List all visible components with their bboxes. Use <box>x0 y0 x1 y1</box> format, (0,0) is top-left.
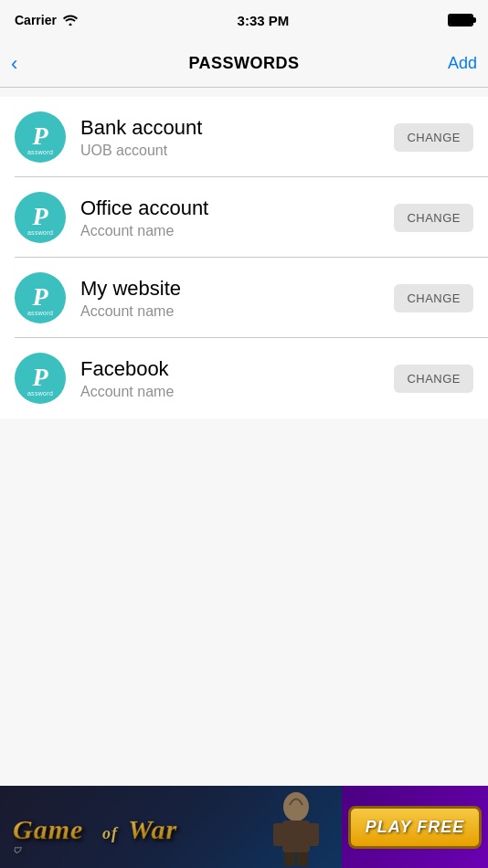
svg-rect-5 <box>282 820 310 852</box>
carrier-label: Carrier <box>15 13 57 27</box>
change-button-website[interactable]: CHANGE <box>394 284 473 312</box>
back-button[interactable]: ‹ <box>11 52 66 76</box>
nav-bar: ‹ PASSWORDS Add <box>0 40 488 88</box>
battery-icon <box>448 14 473 26</box>
svg-text:Game: Game <box>13 814 83 844</box>
item-content-website: My website Account name <box>80 276 385 321</box>
page-title: PASSWORDS <box>188 54 299 73</box>
item-subtitle-bank: UOB account <box>80 143 385 159</box>
password-icon-subtext: assword <box>27 390 53 397</box>
status-left: Carrier <box>15 13 79 28</box>
change-button-bank[interactable]: CHANGE <box>394 123 473 152</box>
password-icon-letter: P <box>32 284 48 310</box>
password-list: P assword Bank account UOB account CHANG… <box>0 97 488 418</box>
svg-text:of: of <box>102 824 119 842</box>
item-content-office: Office account Account name <box>80 196 385 240</box>
password-icon-subtext: assword <box>27 149 53 155</box>
password-icon-subtext: assword <box>27 229 53 236</box>
password-icon-bank: P assword <box>15 111 66 163</box>
item-subtitle-office: Account name <box>80 223 385 239</box>
password-icon-letter: P <box>32 123 48 149</box>
ad-right: PLAY FREE <box>342 786 488 868</box>
status-right <box>448 14 473 26</box>
item-title-office: Office account <box>80 196 385 222</box>
list-item: P assword Office account Account name CH… <box>0 177 488 258</box>
battery-fill <box>450 16 472 25</box>
list-item: P assword Bank account UOB account CHANG… <box>0 97 488 177</box>
item-subtitle-website: Account name <box>80 303 385 320</box>
svg-text:🛡: 🛡 <box>13 846 22 855</box>
svg-rect-6 <box>273 823 284 846</box>
item-content-facebook: Facebook Account name <box>80 356 385 401</box>
ad-left: Game of War 🛡 <box>0 786 342 868</box>
item-content-bank: Bank account UOB account <box>80 115 385 160</box>
wifi-icon <box>62 13 79 28</box>
item-subtitle-facebook: Account name <box>80 384 385 400</box>
svg-rect-8 <box>284 852 295 866</box>
password-icon-letter: P <box>32 204 48 229</box>
password-icon-subtext: assword <box>27 310 53 316</box>
password-icon-facebook: P assword <box>15 353 66 404</box>
ad-warrior-figure <box>260 786 333 868</box>
add-button[interactable]: Add <box>422 54 477 73</box>
change-button-office[interactable]: CHANGE <box>394 204 473 232</box>
svg-rect-7 <box>308 823 319 846</box>
svg-text:War: War <box>128 814 177 844</box>
status-bar: Carrier 3:33 PM <box>0 0 488 40</box>
password-icon-letter: P <box>32 365 48 390</box>
ad-banner[interactable]: Game of War 🛡 PLAY FREE <box>0 786 488 868</box>
item-title-bank: Bank account <box>80 115 385 142</box>
list-item: P assword My website Account name CHANGE <box>0 258 488 338</box>
password-icon-website: P assword <box>15 272 66 323</box>
item-title-website: My website <box>80 276 385 302</box>
list-item: P assword Facebook Account name CHANGE <box>0 338 488 418</box>
status-time: 3:33 PM <box>238 13 290 28</box>
play-free-button[interactable]: PLAY FREE <box>348 806 482 849</box>
change-button-facebook[interactable]: CHANGE <box>394 365 473 393</box>
ad-game-title: Game of War 🛡 <box>11 800 212 861</box>
item-title-facebook: Facebook <box>80 356 385 383</box>
password-icon-office: P assword <box>15 192 66 243</box>
svg-rect-9 <box>297 852 308 866</box>
svg-point-4 <box>283 792 309 821</box>
